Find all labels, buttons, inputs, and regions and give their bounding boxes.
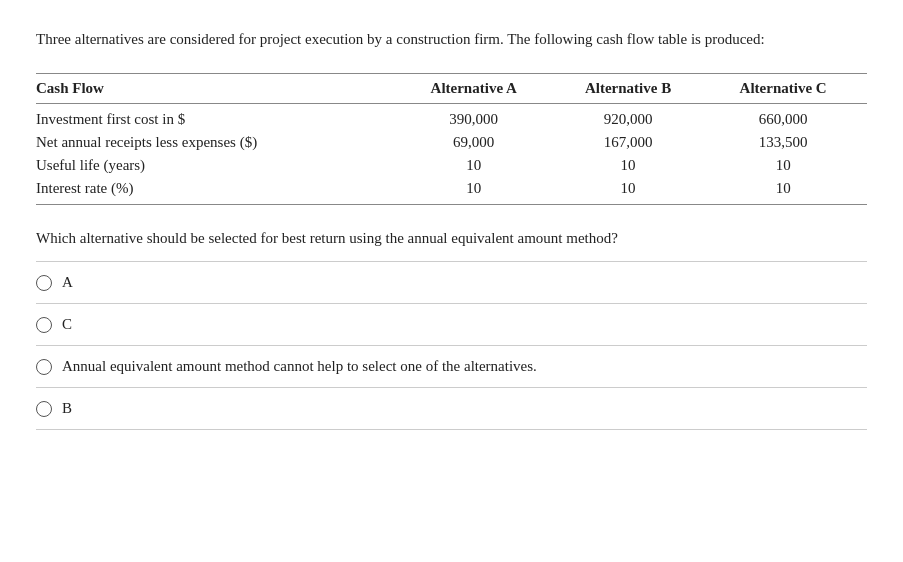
option-item-opt-cannot[interactable]: Annual equivalent amount method cannot h…: [36, 346, 867, 388]
cash-flow-table: Cash Flow Alternative A Alternative B Al…: [36, 73, 867, 205]
row-label: Investment first cost in $: [36, 103, 402, 131]
option-item-opt-b[interactable]: B: [36, 388, 867, 430]
row-alt-c: 10: [711, 177, 867, 205]
table-row: Investment first cost in $ 390,000 920,0…: [36, 103, 867, 131]
row-alt-a: 10: [402, 154, 556, 177]
row-alt-b: 10: [557, 177, 711, 205]
radio-button[interactable]: [36, 401, 52, 417]
row-alt-a: 10: [402, 177, 556, 205]
row-alt-c: 660,000: [711, 103, 867, 131]
table-row: Interest rate (%) 10 10 10: [36, 177, 867, 205]
col-header-alt-c: Alternative C: [711, 73, 867, 103]
option-item-opt-a[interactable]: A: [36, 261, 867, 304]
option-label: B: [62, 400, 72, 417]
row-alt-c: 133,500: [711, 131, 867, 154]
row-label: Interest rate (%): [36, 177, 402, 205]
row-alt-b: 167,000: [557, 131, 711, 154]
radio-button[interactable]: [36, 275, 52, 291]
option-label: Annual equivalent amount method cannot h…: [62, 358, 537, 375]
row-alt-a: 69,000: [402, 131, 556, 154]
row-alt-b: 920,000: [557, 103, 711, 131]
radio-button[interactable]: [36, 317, 52, 333]
table-row: Useful life (years) 10 10 10: [36, 154, 867, 177]
radio-button[interactable]: [36, 359, 52, 375]
row-label: Net annual receipts less expenses ($): [36, 131, 402, 154]
option-label: C: [62, 316, 72, 333]
intro-text: Three alternatives are considered for pr…: [36, 28, 867, 51]
option-label: A: [62, 274, 73, 291]
col-header-cashflow: Cash Flow: [36, 73, 402, 103]
row-label: Useful life (years): [36, 154, 402, 177]
row-alt-b: 10: [557, 154, 711, 177]
col-header-alt-a: Alternative A: [402, 73, 556, 103]
option-item-opt-c[interactable]: C: [36, 304, 867, 346]
col-header-alt-b: Alternative B: [557, 73, 711, 103]
row-alt-a: 390,000: [402, 103, 556, 131]
row-alt-c: 10: [711, 154, 867, 177]
options-list: A C Annual equivalent amount method cann…: [36, 261, 867, 430]
table-row: Net annual receipts less expenses ($) 69…: [36, 131, 867, 154]
question-text: Which alternative should be selected for…: [36, 227, 867, 250]
